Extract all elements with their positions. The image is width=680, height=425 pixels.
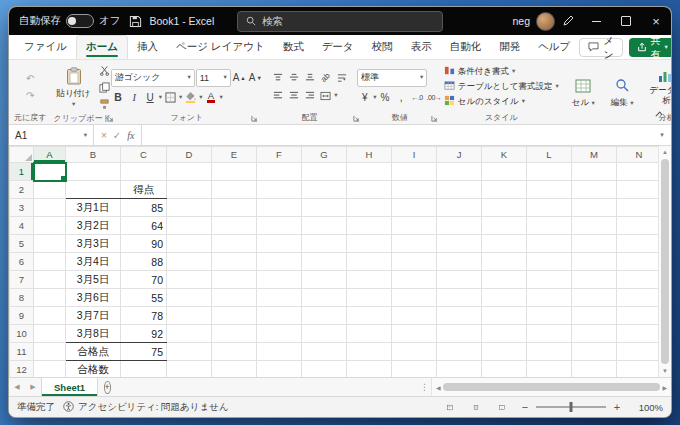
cell-C8[interactable]: 55: [121, 289, 167, 307]
format-as-table-button[interactable]: テーブルとして書式設定 ▾: [442, 79, 561, 94]
redo-icon[interactable]: ↷: [23, 88, 38, 103]
cell-I10[interactable]: [392, 325, 437, 343]
tab-ファイル[interactable]: ファイル: [15, 35, 76, 59]
vertical-scrollbar-thumb[interactable]: [661, 159, 669, 364]
enter-formula-icon[interactable]: ✓: [113, 130, 121, 141]
cell-G10[interactable]: [302, 325, 347, 343]
cell-B7[interactable]: 3月5日: [66, 271, 121, 289]
cell-M5[interactable]: [572, 235, 617, 253]
conditional-formatting-button[interactable]: 条件付き書式 ▾: [442, 64, 561, 79]
cell-H6[interactable]: [347, 253, 392, 271]
cell-L9[interactable]: [527, 307, 572, 325]
cell-F4[interactable]: [257, 217, 302, 235]
cell-K2[interactable]: [482, 181, 527, 199]
column-header-N[interactable]: N: [617, 147, 662, 163]
cell-L4[interactable]: [527, 217, 572, 235]
column-header-E[interactable]: E: [212, 147, 257, 163]
cell-B12[interactable]: 合格数: [66, 361, 121, 378]
align-center-icon[interactable]: [286, 88, 301, 103]
vertical-scrollbar[interactable]: ▲ ▼: [658, 146, 671, 377]
cells-button[interactable]: セル ▾: [567, 63, 600, 124]
tab-ホーム[interactable]: ホーム: [76, 35, 128, 59]
cell-E1[interactable]: [212, 163, 257, 181]
tab-データ[interactable]: データ: [313, 35, 363, 59]
increase-decimal-icon[interactable]: ←.0: [410, 90, 425, 105]
cancel-formula-icon[interactable]: ×: [101, 130, 107, 141]
cell-I4[interactable]: [392, 217, 437, 235]
cell-E7[interactable]: [212, 271, 257, 289]
cell-M10[interactable]: [572, 325, 617, 343]
cell-K3[interactable]: [482, 199, 527, 217]
cell-A2[interactable]: [34, 181, 66, 199]
cell-J4[interactable]: [437, 217, 482, 235]
cell-A5[interactable]: [34, 235, 66, 253]
add-sheet-button[interactable]: +: [98, 378, 116, 396]
cell-A6[interactable]: [34, 253, 66, 271]
cell-K7[interactable]: [482, 271, 527, 289]
tab-表示[interactable]: 表示: [402, 35, 441, 59]
currency-format-icon[interactable]: ¥: [357, 90, 372, 105]
cell-J6[interactable]: [437, 253, 482, 271]
font-size-select[interactable]: 11 ▾: [196, 69, 231, 87]
cell-J9[interactable]: [437, 307, 482, 325]
cell-L8[interactable]: [527, 289, 572, 307]
cell-I7[interactable]: [392, 271, 437, 289]
zoom-level[interactable]: 100%: [631, 402, 663, 413]
cell-D5[interactable]: [167, 235, 212, 253]
status-mode[interactable]: 準備完了: [17, 401, 55, 414]
cell-E3[interactable]: [212, 199, 257, 217]
column-header-J[interactable]: J: [437, 147, 482, 163]
row-header-5[interactable]: 5: [10, 235, 34, 253]
format-painter-icon[interactable]: [97, 97, 112, 112]
cell-E8[interactable]: [212, 289, 257, 307]
horizontal-scrollbar[interactable]: ◀ ▶: [431, 378, 671, 396]
cell-D6[interactable]: [167, 253, 212, 271]
row-header-2[interactable]: 2: [10, 181, 34, 199]
cell-N2[interactable]: [617, 181, 662, 199]
cell-M8[interactable]: [572, 289, 617, 307]
cut-icon[interactable]: [97, 63, 112, 78]
cell-F2[interactable]: [257, 181, 302, 199]
cell-I11[interactable]: [392, 343, 437, 361]
page-break-view-icon[interactable]: [493, 399, 511, 415]
cell-N5[interactable]: [617, 235, 662, 253]
cell-M9[interactable]: [572, 307, 617, 325]
cell-A1[interactable]: [34, 163, 66, 181]
cell-B8[interactable]: 3月6日: [66, 289, 121, 307]
cell-H10[interactable]: [347, 325, 392, 343]
cell-A8[interactable]: [34, 289, 66, 307]
cell-B1[interactable]: [66, 163, 121, 181]
borders-icon[interactable]: [163, 90, 178, 105]
cell-D1[interactable]: [167, 163, 212, 181]
select-all-button[interactable]: [10, 147, 34, 163]
cell-K1[interactable]: [482, 163, 527, 181]
cell-L1[interactable]: [527, 163, 572, 181]
cell-E4[interactable]: [212, 217, 257, 235]
maximize-button[interactable]: [611, 7, 641, 35]
cell-K12[interactable]: [482, 361, 527, 378]
cell-D10[interactable]: [167, 325, 212, 343]
cell-M7[interactable]: [572, 271, 617, 289]
cell-D11[interactable]: [167, 343, 212, 361]
cell-I12[interactable]: [392, 361, 437, 378]
cell-L10[interactable]: [527, 325, 572, 343]
tab-ページ レイアウト[interactable]: ページ レイアウト: [167, 35, 274, 59]
cell-C11[interactable]: 75: [121, 343, 167, 361]
avatar[interactable]: [536, 12, 555, 31]
tab-数式[interactable]: 数式: [274, 35, 313, 59]
save-icon[interactable]: [129, 15, 142, 28]
font-color-icon[interactable]: A: [203, 90, 218, 105]
cell-styles-button[interactable]: セルのスタイル ▾: [442, 94, 561, 109]
cell-N9[interactable]: [617, 307, 662, 325]
align-bottom-icon[interactable]: [302, 70, 317, 85]
orientation-icon[interactable]: ab: [318, 70, 333, 85]
row-header-10[interactable]: 10: [10, 325, 34, 343]
cell-N10[interactable]: [617, 325, 662, 343]
cell-G9[interactable]: [302, 307, 347, 325]
cell-C10[interactable]: 92: [121, 325, 167, 343]
column-header-L[interactable]: L: [527, 147, 572, 163]
cell-J7[interactable]: [437, 271, 482, 289]
comments-button[interactable]: コメント: [579, 38, 622, 57]
number-format-select[interactable]: 標準 ▾: [357, 69, 427, 87]
cell-E6[interactable]: [212, 253, 257, 271]
